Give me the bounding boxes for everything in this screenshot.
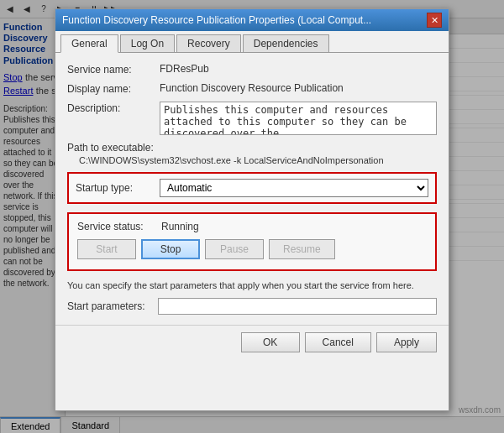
description-label: Description: [67, 102, 160, 114]
service-status-label: Service status: [77, 221, 161, 232]
tab-logon[interactable]: Log On [120, 34, 175, 52]
description-row: Description: Publishes this computer and… [67, 102, 437, 135]
ok-button[interactable]: OK [241, 332, 300, 352]
dialog-body: Service name: FDResPub Display name: Fun… [55, 53, 449, 325]
service-name-row: Service name: FDResPub [67, 63, 437, 76]
dialog-tabs: General Log On Recovery Dependencies [55, 31, 449, 53]
tab-recovery[interactable]: Recovery [176, 34, 241, 52]
start-params-label: Start parameters: [67, 300, 151, 312]
cancel-button[interactable]: Cancel [305, 332, 371, 352]
tab-general[interactable]: General [60, 34, 118, 53]
close-button[interactable]: ✕ [427, 13, 442, 28]
status-row: Service status: Running [77, 221, 427, 232]
modal-overlay: Function Discovery Resource Publication … [0, 0, 504, 433]
properties-dialog: Function Discovery Resource Publication … [55, 8, 449, 411]
service-action-buttons: Start Stop Pause Resume [77, 239, 427, 259]
display-name-value: Function Discovery Resource Publication [160, 82, 437, 94]
service-name-label: Service name: [67, 63, 160, 76]
startup-type-label: Startup type: [76, 182, 160, 194]
startup-type-select[interactable]: Automatic Manual Disabled Automatic (Del… [160, 179, 428, 197]
startup-type-section: Startup type: Automatic Manual Disabled … [67, 172, 437, 204]
display-name-row: Display name: Function Discovery Resourc… [67, 82, 437, 95]
start-button[interactable]: Start [77, 239, 136, 259]
hint-text: You can specify the start parameters tha… [67, 279, 437, 291]
pause-button[interactable]: Pause [205, 239, 264, 259]
startup-type-wrapper: Automatic Manual Disabled Automatic (Del… [160, 179, 428, 197]
apply-button[interactable]: Apply [376, 332, 437, 352]
service-status-value: Running [161, 221, 199, 232]
tab-dependencies[interactable]: Dependencies [243, 34, 329, 52]
service-status-section: Service status: Running Start Stop Pause… [67, 212, 437, 271]
dialog-footer: OK Cancel Apply [55, 325, 449, 359]
path-value: C:\WINDOWS\system32\svchost.exe -k Local… [67, 155, 437, 165]
resume-button[interactable]: Resume [269, 239, 335, 259]
service-name-value: FDResPub [160, 63, 437, 75]
description-textarea[interactable]: Publishes this computer and resources at… [160, 102, 437, 135]
dialog-title: Function Discovery Resource Publication … [62, 14, 371, 26]
start-params-row: Start parameters: [67, 298, 437, 315]
start-params-input[interactable] [158, 298, 437, 315]
stop-button[interactable]: Stop [141, 239, 200, 259]
dialog-titlebar: Function Discovery Resource Publication … [55, 9, 449, 31]
display-name-label: Display name: [67, 82, 160, 95]
path-label: Path to executable: [67, 142, 437, 154]
